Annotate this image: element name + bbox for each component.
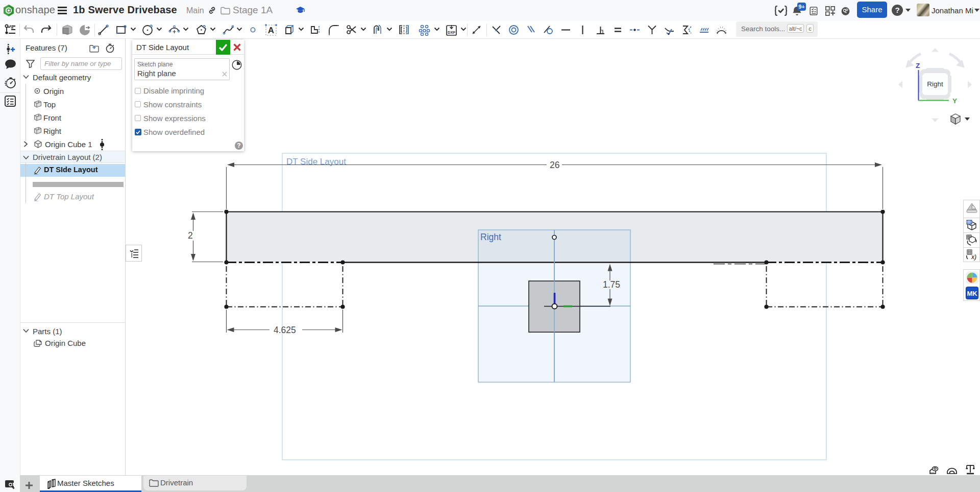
svg-text:Z: Z — [916, 62, 920, 69]
svg-text:4.625: 4.625 — [274, 325, 296, 335]
svg-text:Right: Right — [480, 232, 501, 242]
svg-text:DXF: DXF — [448, 30, 455, 35]
svg-text:?: ? — [895, 6, 899, 14]
svg-text:A: A — [268, 26, 274, 35]
svg-text:MK: MK — [967, 290, 977, 297]
svg-text:x): x) — [971, 253, 976, 261]
svg-text:DT Side Layout: DT Side Layout — [286, 157, 346, 167]
svg-text:Right: Right — [927, 80, 943, 88]
svg-text:Y: Y — [952, 97, 957, 105]
svg-text:2: 2 — [188, 230, 193, 241]
svg-text:26: 26 — [550, 160, 559, 170]
svg-text:1.75: 1.75 — [603, 279, 620, 290]
